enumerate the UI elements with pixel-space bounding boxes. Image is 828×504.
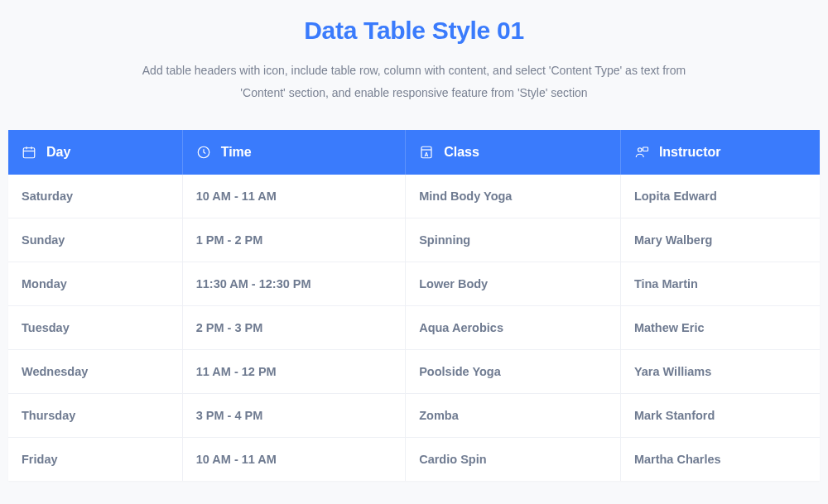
cell-class: Poolside Yoga <box>406 350 621 393</box>
class-icon: A <box>419 145 434 160</box>
cell-time: 2 PM - 3 PM <box>183 306 407 349</box>
cell-class: Cardio Spin <box>406 438 621 481</box>
cell-class: Mind Body Yoga <box>406 175 621 218</box>
clock-icon <box>196 145 211 160</box>
cell-time: 10 AM - 11 AM <box>183 175 407 218</box>
cell-day: Tuesday <box>8 306 183 349</box>
cell-instructor: Lopita Edward <box>621 175 820 218</box>
cell-instructor: Mary Walberg <box>621 218 820 262</box>
cell-day: Friday <box>8 438 183 481</box>
header-time: Time <box>183 130 407 175</box>
page-title: Data Table Style 01 <box>8 17 820 45</box>
cell-class: Spinning <box>406 218 621 262</box>
table-body: Saturday 10 AM - 11 AM Mind Body Yoga Lo… <box>8 175 820 481</box>
cell-time: 11 AM - 12 PM <box>183 350 407 393</box>
header-instructor: Instructor <box>621 130 820 175</box>
page-container: Data Table Style 01 Add table headers wi… <box>8 17 820 481</box>
svg-rect-0 <box>23 148 35 158</box>
cell-instructor: Martha Charles <box>621 438 820 481</box>
header-instructor-label: Instructor <box>659 145 721 160</box>
header-time-label: Time <box>221 145 252 160</box>
cell-class: Lower Body <box>406 262 621 305</box>
header-day: Day <box>8 130 183 175</box>
cell-day: Wednesday <box>8 350 183 393</box>
cell-class: Aqua Aerobics <box>406 306 621 349</box>
cell-instructor: Mark Stanford <box>621 394 820 437</box>
cell-instructor: Yara Williams <box>621 350 820 393</box>
cell-time: 11:30 AM - 12:30 PM <box>183 262 407 305</box>
table-header-row: Day Time A Class Instructor <box>8 130 820 175</box>
cell-time: 10 AM - 11 AM <box>183 438 407 481</box>
svg-text:A: A <box>425 151 429 157</box>
data-table: Day Time A Class Instructor <box>8 130 820 481</box>
header-class: A Class <box>406 130 621 175</box>
cell-instructor: Tina Martin <box>621 262 820 305</box>
table-row: Monday 11:30 AM - 12:30 PM Lower Body Ti… <box>8 262 820 306</box>
cell-day: Thursday <box>8 394 183 437</box>
cell-day: Saturday <box>8 175 183 218</box>
header-day-label: Day <box>46 145 70 160</box>
cell-instructor: Mathew Eric <box>621 306 820 349</box>
table-row: Friday 10 AM - 11 AM Cardio Spin Martha … <box>8 438 820 481</box>
svg-point-8 <box>638 148 642 152</box>
cell-time: 3 PM - 4 PM <box>183 394 407 437</box>
table-row: Saturday 10 AM - 11 AM Mind Body Yoga Lo… <box>8 175 820 218</box>
header-class-label: Class <box>444 145 479 160</box>
table-row: Tuesday 2 PM - 3 PM Aqua Aerobics Mathew… <box>8 306 820 350</box>
cell-day: Monday <box>8 262 183 305</box>
instructor-icon <box>634 145 649 160</box>
cell-time: 1 PM - 2 PM <box>183 218 407 262</box>
page-subtitle: Add table headers with icon, include tab… <box>124 60 704 103</box>
table-row: Thursday 3 PM - 4 PM Zomba Mark Stanford <box>8 394 820 438</box>
svg-rect-9 <box>643 147 647 151</box>
table-row: Sunday 1 PM - 2 PM Spinning Mary Walberg <box>8 218 820 262</box>
cell-day: Sunday <box>8 218 183 262</box>
table-row: Wednesday 11 AM - 12 PM Poolside Yoga Ya… <box>8 350 820 394</box>
calendar-icon <box>22 145 36 160</box>
cell-class: Zomba <box>406 394 621 437</box>
